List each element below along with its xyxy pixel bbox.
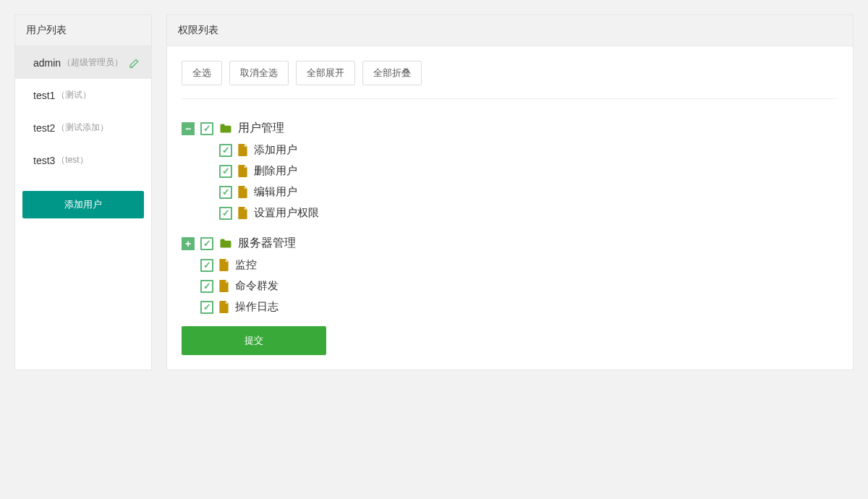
user-name: test1 (33, 90, 55, 101)
submit-button[interactable]: 提交 (182, 326, 326, 355)
tree-label: 添加用户 (254, 143, 297, 157)
expand-all-button[interactable]: 全部展开 (296, 61, 355, 85)
tree-label: 设置用户权限 (254, 206, 319, 220)
user-role: （超级管理员） (62, 56, 123, 69)
tree-label: 删除用户 (254, 164, 297, 178)
tree-item: 设置用户权限 (219, 202, 838, 223)
folder-icon (219, 238, 232, 249)
file-icon (238, 144, 248, 156)
user-list-panel: 用户列表 admin （超级管理员） test1 （测试） (14, 14, 152, 370)
tree-label: 操作日志 (235, 300, 278, 314)
checkbox[interactable] (219, 207, 232, 220)
user-name: test3 (33, 155, 55, 166)
tree-label: 编辑用户 (254, 185, 297, 199)
file-icon (238, 186, 248, 198)
sidebar-actions: 添加用户 (15, 176, 151, 233)
tree-children: 添加用户 删除用户 编辑用户 设置用户权 (219, 140, 838, 223)
tree-item: 监控 (200, 255, 838, 276)
user-item-test3[interactable]: test3 （test） (15, 144, 151, 176)
tree-children: 监控 命令群发 操作日志 (200, 255, 838, 317)
user-role: （test） (56, 154, 88, 166)
user-role: （测试添加） (56, 121, 109, 134)
expand-icon[interactable]: + (182, 237, 195, 250)
tree-label: 监控 (235, 258, 257, 272)
file-icon (219, 280, 229, 292)
tree-item: 添加用户 (219, 140, 838, 161)
tree-item: 删除用户 (219, 161, 838, 182)
checkbox[interactable] (219, 144, 232, 157)
user-item-test2[interactable]: test2 （测试添加） (15, 111, 151, 144)
user-name: admin (33, 57, 61, 69)
checkbox[interactable] (219, 165, 232, 178)
tree-label: 服务器管理 (238, 236, 296, 251)
tree-parent-server-mgmt: + 服务器管理 (182, 232, 838, 255)
tree-label: 用户管理 (238, 121, 284, 136)
collapse-all-button[interactable]: 全部折叠 (362, 61, 422, 85)
toolbar: 全选 取消全选 全部展开 全部折叠 (182, 61, 838, 99)
checkbox[interactable] (200, 122, 213, 135)
tree-parent-user-mgmt: − 用户管理 (182, 117, 838, 140)
file-icon (238, 165, 248, 177)
unselect-all-button[interactable]: 取消全选 (229, 61, 289, 85)
user-item-test1[interactable]: test1 （测试） (15, 79, 151, 111)
file-icon (219, 301, 229, 313)
user-role: （测试） (56, 89, 91, 101)
user-list: admin （超级管理员） test1 （测试） test2 （测试添加） (15, 46, 151, 176)
collapse-icon[interactable]: − (182, 122, 195, 135)
tree-item: 编辑用户 (219, 182, 838, 202)
checkbox[interactable] (200, 301, 213, 314)
checkbox[interactable] (200, 280, 213, 293)
user-name: test2 (33, 122, 55, 134)
user-item-admin[interactable]: admin （超级管理员） (15, 46, 151, 79)
permission-tree: − 用户管理 添加用户 删除用户 (182, 117, 838, 317)
permissions-panel: 权限列表 全选 取消全选 全部展开 全部折叠 − 用户管理 (166, 14, 854, 370)
permissions-title: 权限列表 (167, 15, 853, 46)
edit-icon[interactable] (129, 57, 140, 69)
select-all-button[interactable]: 全选 (182, 61, 222, 85)
tree-label: 命令群发 (235, 279, 278, 293)
file-icon (219, 259, 229, 271)
checkbox[interactable] (200, 259, 213, 272)
add-user-button[interactable]: 添加用户 (22, 191, 144, 218)
checkbox[interactable] (219, 186, 232, 199)
checkbox[interactable] (200, 237, 213, 250)
tree-item: 命令群发 (200, 276, 838, 297)
file-icon (238, 207, 248, 219)
user-list-title: 用户列表 (15, 15, 151, 46)
folder-icon (219, 123, 232, 134)
tree-item: 操作日志 (200, 297, 838, 317)
submit-wrap: 提交 (182, 326, 838, 355)
